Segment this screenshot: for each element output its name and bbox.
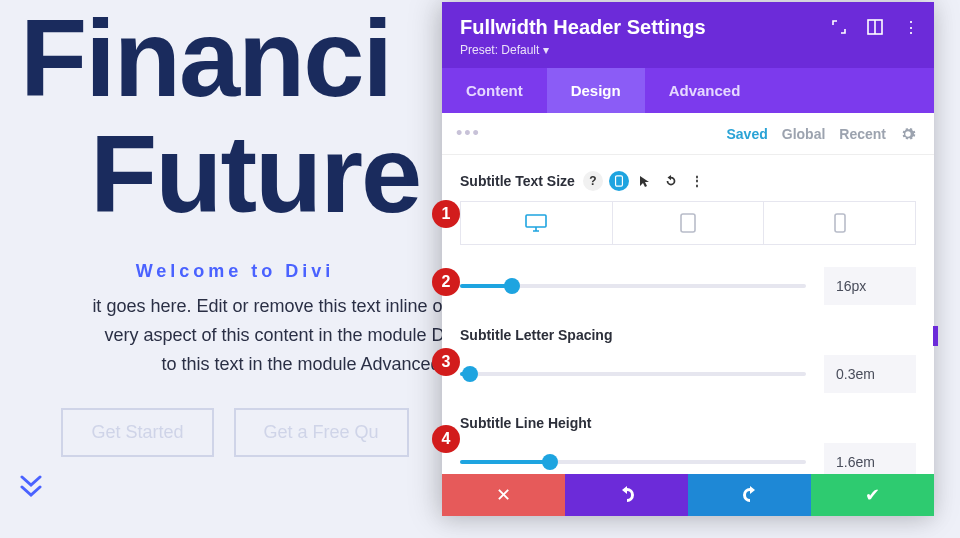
- scroll-down-icon[interactable]: [20, 475, 450, 499]
- caret-down-icon: ▾: [543, 43, 549, 57]
- resize-handle[interactable]: [933, 326, 938, 346]
- callout-2: 2: [432, 268, 460, 296]
- tab-content[interactable]: Content: [442, 68, 547, 113]
- svg-rect-4: [681, 214, 695, 232]
- more-icon[interactable]: ⋮: [902, 18, 920, 36]
- subtitle-line-height-value[interactable]: 1.6em: [824, 443, 916, 474]
- subtitle-text-size-control: 16px: [460, 267, 916, 305]
- drag-handle-icon[interactable]: •••: [456, 123, 481, 144]
- subtitle-letter-spacing-slider[interactable]: [460, 372, 806, 376]
- filter-saved[interactable]: Saved: [727, 126, 768, 142]
- desktop-tab[interactable]: [461, 202, 613, 244]
- tablet-tab[interactable]: [613, 202, 765, 244]
- hero-subtitle: Welcome to Divi: [20, 261, 450, 282]
- panel-footer: ✕ ✔: [442, 474, 934, 516]
- filter-global[interactable]: Global: [782, 126, 826, 142]
- save-button[interactable]: ✔: [811, 474, 934, 516]
- redo-button[interactable]: [688, 474, 811, 516]
- columns-icon[interactable]: [866, 18, 884, 36]
- subtitle-letter-spacing-label: Subtitle Letter Spacing: [460, 327, 916, 343]
- subtitle-letter-spacing-control: 0.3em: [460, 355, 916, 393]
- gear-icon[interactable]: [900, 126, 916, 142]
- callout-4: 4: [432, 425, 460, 453]
- reset-icon[interactable]: [661, 171, 681, 191]
- panel-body: Subtitle Text Size ? ⋮: [442, 155, 934, 474]
- undo-button[interactable]: [565, 474, 688, 516]
- cursor-icon[interactable]: [635, 171, 655, 191]
- hero-buttons: Get Started Get a Free Qu: [20, 408, 450, 457]
- help-icon[interactable]: ?: [583, 171, 603, 191]
- more-options-icon[interactable]: ⋮: [687, 171, 707, 191]
- phone-icon[interactable]: [609, 171, 629, 191]
- get-started-button[interactable]: Get Started: [61, 408, 213, 457]
- callout-3: 3: [432, 348, 460, 376]
- subtitle-text-size-slider[interactable]: [460, 284, 806, 288]
- tab-advanced[interactable]: Advanced: [645, 68, 765, 113]
- subtitle-letter-spacing-value[interactable]: 0.3em: [824, 355, 916, 393]
- callout-1: 1: [432, 200, 460, 228]
- preset-dropdown[interactable]: Preset: Default ▾: [460, 43, 549, 57]
- cancel-button[interactable]: ✕: [442, 474, 565, 516]
- subtitle-line-height-slider[interactable]: [460, 460, 806, 464]
- phone-tab[interactable]: [764, 202, 915, 244]
- subtitle-text-size-value[interactable]: 16px: [824, 267, 916, 305]
- svg-rect-2: [615, 176, 622, 186]
- svg-rect-3: [526, 215, 546, 227]
- filter-bar: ••• Saved Global Recent: [442, 113, 934, 155]
- tab-design[interactable]: Design: [547, 68, 645, 113]
- expand-icon[interactable]: [830, 18, 848, 36]
- responsive-tabs: [460, 201, 916, 245]
- subtitle-line-height-label: Subtitle Line Height: [460, 415, 916, 431]
- settings-panel: Fullwidth Header Settings Preset: Defaul…: [442, 2, 934, 516]
- panel-header: Fullwidth Header Settings Preset: Defaul…: [442, 2, 934, 68]
- subtitle-line-height-control: 1.6em: [460, 443, 916, 474]
- svg-rect-5: [835, 214, 845, 232]
- panel-tabs: Content Design Advanced: [442, 68, 934, 113]
- subtitle-text-size-label: Subtitle Text Size ? ⋮: [460, 171, 916, 191]
- get-quote-button[interactable]: Get a Free Qu: [234, 408, 409, 457]
- filter-recent[interactable]: Recent: [839, 126, 886, 142]
